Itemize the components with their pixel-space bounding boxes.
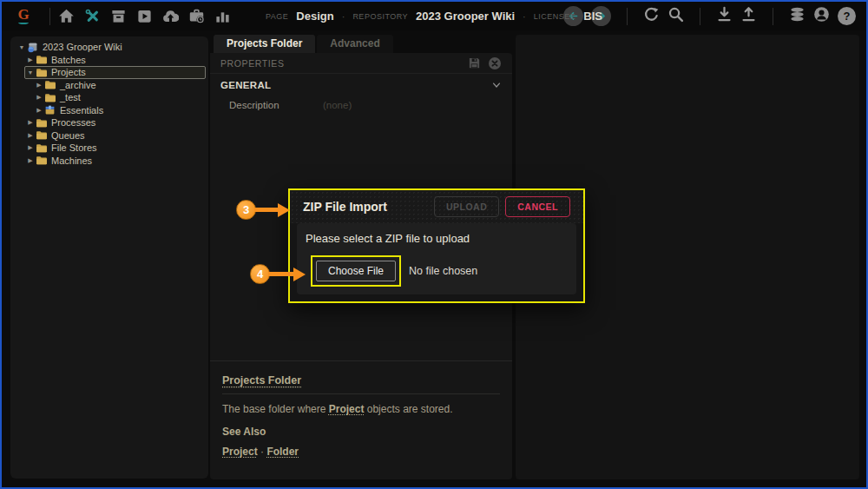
help-body-text: objects are stored. [364,403,452,415]
tree-item-processes[interactable]: ▶Processes [24,116,206,129]
tree-item-label[interactable]: _test [60,92,81,102]
properties-title: PROPERTIES [220,58,285,69]
step-4-arrowhead-icon [293,268,306,281]
tree-item--archive[interactable]: ▶_archive [33,79,206,92]
separator-dot: · [342,11,345,22]
node-tree: ▼2023 Grooper Wiki▶Batches▼Projects▶_arc… [10,36,208,479]
tree-item-queues[interactable]: ▶Queues [24,129,206,142]
tree-item-label[interactable]: Essentials [60,105,103,116]
tree-item-label[interactable]: Queues [51,130,85,141]
folder-icon [36,118,49,128]
folder-icon [36,143,49,153]
dialog-header[interactable]: ZIP File Import UPLOAD CANCEL [290,190,583,223]
tree-item-machines[interactable]: ▶Machines [24,155,206,168]
tree-item-projects[interactable]: ▼Projects [24,66,206,79]
upload-button[interactable]: UPLOAD [434,196,499,217]
separator-dot: · [260,446,264,458]
divider [222,393,500,394]
project-link[interactable]: Project [329,403,365,415]
step-4-badge: 4 [250,264,270,284]
help-body-text: The base folder where [222,403,329,415]
jobs-briefcase-clock-icon[interactable] [188,8,205,24]
project-icon [44,104,57,116]
refresh-icon[interactable] [643,6,660,26]
field-description[interactable]: Description (none) [210,96,512,114]
tree-item-label[interactable]: Batches [51,55,86,65]
cloud-upload-icon[interactable] [162,8,179,24]
section-general-title: GENERAL [220,80,271,90]
chevron-down-icon[interactable] [491,80,502,90]
tree-item-label[interactable]: Processes [51,117,95,128]
tree-item-2023-grooper-wiki[interactable]: ▼2023 Grooper Wiki [16,41,206,54]
tree-item-batches[interactable]: ▶Batches [24,54,206,67]
cancel-edit-icon[interactable] [488,56,502,70]
tab-projects-folder[interactable]: Projects Folder [214,35,315,53]
expander-collapsed-icon[interactable]: ▶ [25,144,36,151]
design-tools-icon[interactable] [84,8,101,24]
help-icon[interactable]: ? [838,7,856,25]
user-icon[interactable] [813,6,830,26]
expander-collapsed-icon[interactable]: ▶ [34,94,44,101]
dialog-message: Please select a ZIP file to upload [306,232,568,245]
expander-expanded-icon[interactable]: ▼ [16,44,27,50]
expander-collapsed-icon[interactable]: ▶ [34,107,44,114]
tree-item-file-stores[interactable]: ▶File Stores [24,142,206,155]
cancel-button[interactable]: CANCEL [505,196,570,217]
tree-item-essentials[interactable]: ▶Essentials [33,104,206,117]
expander-collapsed-icon[interactable]: ▶ [25,119,36,126]
repository-icon [27,42,40,53]
tree-item--test[interactable]: ▶_test [33,91,206,104]
folder-icon [36,55,49,64]
tree-item-label[interactable]: File Stores [51,142,97,153]
divider [627,8,628,25]
folder-link[interactable]: Folder [266,446,299,458]
logo-wave-icon [18,21,29,24]
stats-bar-chart-icon[interactable] [214,8,231,24]
tree-item-label[interactable]: Machines [51,155,92,166]
folder-icon [36,155,49,165]
expander-collapsed-icon[interactable]: ▶ [25,157,36,164]
batch-process-icon[interactable] [136,8,153,24]
description-label: Description [229,100,323,110]
help-body: The base folder where Project objects ar… [222,403,500,415]
licensee-value: BIS [583,10,602,23]
zip-file-import-dialog: ZIP File Import UPLOAD CANCEL Please sel… [288,188,585,303]
step-3-arrow [254,208,278,212]
choose-file-button[interactable]: Choose File [316,261,396,281]
tab-advanced[interactable]: Advanced [317,35,392,53]
page-value[interactable]: Design [296,10,333,23]
save-icon[interactable] [468,56,481,69]
tree-item-label[interactable]: _archive [60,80,96,90]
repository-label: REPOSITORY [352,12,408,21]
dialog-title: ZIP File Import [303,200,434,214]
tree-item-label[interactable]: Projects [51,67,86,77]
expander-collapsed-icon[interactable]: ▶ [34,82,44,89]
home-icon[interactable] [58,8,75,24]
logo-letter: G [17,8,29,21]
batches-box-icon[interactable] [110,8,127,24]
download-icon[interactable] [716,6,733,26]
see-also-links: Project · Folder [222,446,500,458]
search-icon[interactable] [667,6,684,26]
separator-dot: · [523,11,526,22]
step-3-arrowhead-icon [278,203,290,217]
help-title-link[interactable]: Projects Folder [222,374,301,387]
page-label: PAGE [266,12,288,21]
see-also-label: See Also [222,426,500,438]
tree-item-label[interactable]: 2023 Grooper Wiki [43,42,122,52]
project-link[interactable]: Project [222,446,258,458]
repository-value[interactable]: 2023 Grooper Wiki [416,10,515,23]
divider [773,8,773,25]
folder-icon [44,80,57,89]
licensee-label: LICENSEE [534,12,576,21]
help-panel: Projects Folder The base folder where Pr… [210,360,512,479]
upload-icon[interactable] [740,6,757,26]
expander-collapsed-icon[interactable]: ▶ [25,132,36,139]
expander-expanded-icon[interactable]: ▼ [25,69,36,76]
description-value[interactable]: (none) [323,100,352,110]
expander-collapsed-icon[interactable]: ▶ [25,56,36,63]
top-bar: G PAGE Design · REPOSITORY 2023 Grooper … [2,2,866,30]
database-icon[interactable] [789,6,806,26]
tab-bar: Projects Folder Advanced [210,35,512,53]
section-general[interactable]: GENERAL [210,74,512,96]
